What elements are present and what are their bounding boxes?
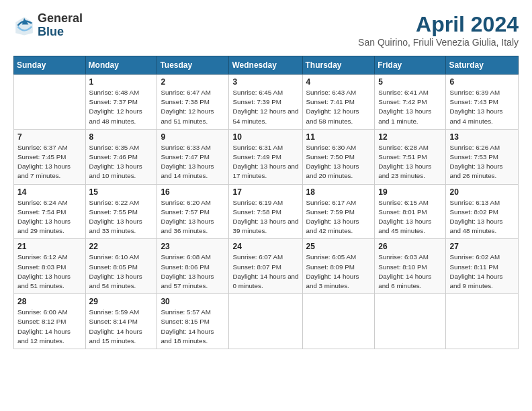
day-info: Sunrise: 6:41 AMSunset: 7:42 PMDaylight:…: [378, 88, 442, 126]
calendar-cell: 5Sunrise: 6:41 AMSunset: 7:42 PMDaylight…: [375, 75, 446, 130]
day-info: Sunrise: 6:02 AMSunset: 8:11 PMDaylight:…: [449, 253, 515, 291]
day-number: 3: [232, 77, 298, 87]
day-info: Sunrise: 6:10 AMSunset: 8:05 PMDaylight:…: [89, 253, 154, 291]
day-number: 26: [378, 242, 442, 251]
calendar-cell: 26Sunrise: 6:03 AMSunset: 8:10 PMDayligh…: [375, 239, 446, 294]
weekday-header-wednesday: Wednesday: [229, 56, 302, 75]
day-number: 29: [89, 297, 154, 306]
day-number: 21: [17, 242, 82, 251]
day-number: 1: [89, 77, 154, 87]
calendar-cell: 19Sunrise: 6:15 AMSunset: 8:01 PMDayligh…: [375, 184, 446, 239]
calendar-cell: 1Sunrise: 6:48 AMSunset: 7:37 PMDaylight…: [85, 75, 157, 130]
day-number: 5: [378, 77, 442, 87]
weekday-header-saturday: Saturday: [446, 56, 519, 75]
day-number: 16: [161, 187, 225, 197]
logo-text: General Blue: [38, 12, 83, 39]
day-info: Sunrise: 6:48 AMSunset: 7:37 PMDaylight:…: [89, 88, 154, 126]
calendar-cell: 2Sunrise: 6:47 AMSunset: 7:38 PMDaylight…: [157, 75, 229, 130]
calendar-week-2: 7Sunrise: 6:37 AMSunset: 7:45 PMDaylight…: [14, 129, 519, 184]
calendar-cell: 12Sunrise: 6:28 AMSunset: 7:51 PMDayligh…: [375, 129, 446, 184]
day-info: Sunrise: 6:00 AMSunset: 8:12 PMDaylight:…: [17, 308, 82, 346]
calendar-cell: 16Sunrise: 6:20 AMSunset: 7:57 PMDayligh…: [157, 184, 229, 239]
day-number: 17: [232, 187, 298, 197]
calendar-cell: 15Sunrise: 6:22 AMSunset: 7:55 PMDayligh…: [85, 184, 157, 239]
header: General Blue April 2024 San Quirino, Fri…: [13, 12, 519, 48]
day-number: 23: [161, 242, 225, 251]
month-title: April 2024: [358, 12, 519, 37]
day-info: Sunrise: 6:35 AMSunset: 7:46 PMDaylight:…: [89, 143, 154, 181]
day-info: Sunrise: 6:33 AMSunset: 7:47 PMDaylight:…: [161, 143, 225, 181]
day-number: 9: [161, 132, 225, 142]
calendar-cell: 22Sunrise: 6:10 AMSunset: 8:05 PMDayligh…: [85, 239, 157, 294]
weekday-header-sunday: Sunday: [14, 56, 86, 75]
day-number: 11: [306, 132, 371, 142]
calendar-cell: 29Sunrise: 5:59 AMSunset: 8:14 PMDayligh…: [85, 294, 157, 349]
calendar-week-4: 21Sunrise: 6:12 AMSunset: 8:03 PMDayligh…: [14, 239, 519, 294]
logo-icon: [13, 15, 35, 36]
calendar-cell: 8Sunrise: 6:35 AMSunset: 7:46 PMDaylight…: [85, 129, 157, 184]
calendar-cell: 10Sunrise: 6:31 AMSunset: 7:49 PMDayligh…: [229, 129, 302, 184]
calendar-cell: 6Sunrise: 6:39 AMSunset: 7:43 PMDaylight…: [446, 75, 519, 130]
day-number: 25: [306, 242, 371, 251]
day-info: Sunrise: 6:31 AMSunset: 7:49 PMDaylight:…: [232, 143, 298, 181]
day-info: Sunrise: 6:39 AMSunset: 7:43 PMDaylight:…: [449, 88, 515, 126]
day-info: Sunrise: 6:24 AMSunset: 7:54 PMDaylight:…: [17, 198, 82, 236]
day-info: Sunrise: 6:19 AMSunset: 7:58 PMDaylight:…: [232, 198, 298, 236]
day-info: Sunrise: 6:20 AMSunset: 7:57 PMDaylight:…: [161, 198, 225, 236]
day-info: Sunrise: 6:45 AMSunset: 7:39 PMDaylight:…: [232, 88, 298, 126]
day-number: 20: [449, 187, 515, 197]
day-info: Sunrise: 6:22 AMSunset: 7:55 PMDaylight:…: [89, 198, 154, 236]
day-info: Sunrise: 5:57 AMSunset: 8:15 PMDaylight:…: [161, 308, 225, 346]
day-info: Sunrise: 6:13 AMSunset: 8:02 PMDaylight:…: [449, 198, 515, 236]
day-number: 24: [232, 242, 298, 251]
day-info: Sunrise: 6:07 AMSunset: 8:07 PMDaylight:…: [232, 253, 298, 291]
calendar-cell: 14Sunrise: 6:24 AMSunset: 7:54 PMDayligh…: [14, 184, 86, 239]
day-number: 22: [89, 242, 154, 251]
location-title: San Quirino, Friuli Venezia Giulia, Ital…: [358, 37, 519, 48]
day-number: 2: [161, 77, 225, 87]
calendar-week-1: 1Sunrise: 6:48 AMSunset: 7:37 PMDaylight…: [14, 75, 519, 130]
day-number: 30: [161, 297, 225, 306]
calendar-cell: 9Sunrise: 6:33 AMSunset: 7:47 PMDaylight…: [157, 129, 229, 184]
weekday-header-friday: Friday: [375, 56, 446, 75]
calendar-cell: [446, 294, 519, 349]
calendar-cell: [229, 294, 302, 349]
day-info: Sunrise: 6:03 AMSunset: 8:10 PMDaylight:…: [378, 253, 442, 291]
day-info: Sunrise: 6:47 AMSunset: 7:38 PMDaylight:…: [161, 88, 225, 126]
day-number: 14: [17, 187, 82, 197]
calendar-cell: 20Sunrise: 6:13 AMSunset: 8:02 PMDayligh…: [446, 184, 519, 239]
day-info: Sunrise: 6:12 AMSunset: 8:03 PMDaylight:…: [17, 253, 82, 291]
weekday-header-row: SundayMondayTuesdayWednesdayThursdayFrid…: [14, 56, 519, 75]
page: General Blue April 2024 San Quirino, Fri…: [0, 0, 532, 411]
weekday-header-monday: Monday: [85, 56, 157, 75]
day-number: 12: [378, 132, 442, 142]
day-number: 8: [89, 132, 154, 142]
day-info: Sunrise: 6:05 AMSunset: 8:09 PMDaylight:…: [306, 253, 371, 291]
day-number: 27: [449, 242, 515, 251]
day-number: 18: [306, 187, 371, 197]
day-info: Sunrise: 6:43 AMSunset: 7:41 PMDaylight:…: [306, 88, 371, 126]
day-info: Sunrise: 6:37 AMSunset: 7:45 PMDaylight:…: [17, 143, 82, 181]
day-number: 7: [17, 132, 82, 142]
day-number: 15: [89, 187, 154, 197]
calendar-cell: 4Sunrise: 6:43 AMSunset: 7:41 PMDaylight…: [302, 75, 375, 130]
day-number: 19: [378, 187, 442, 197]
calendar-cell: 25Sunrise: 6:05 AMSunset: 8:09 PMDayligh…: [302, 239, 375, 294]
title-section: April 2024 San Quirino, Friuli Venezia G…: [358, 12, 519, 48]
calendar-cell: [14, 75, 86, 130]
calendar-cell: 18Sunrise: 6:17 AMSunset: 7:59 PMDayligh…: [302, 184, 375, 239]
calendar-cell: 21Sunrise: 6:12 AMSunset: 8:03 PMDayligh…: [14, 239, 86, 294]
day-info: Sunrise: 5:59 AMSunset: 8:14 PMDaylight:…: [89, 308, 154, 346]
day-info: Sunrise: 6:28 AMSunset: 7:51 PMDaylight:…: [378, 143, 442, 181]
day-info: Sunrise: 6:15 AMSunset: 8:01 PMDaylight:…: [378, 198, 442, 236]
day-info: Sunrise: 6:17 AMSunset: 7:59 PMDaylight:…: [306, 198, 371, 236]
day-number: 4: [306, 77, 371, 87]
logo-general: General: [38, 12, 83, 26]
calendar-cell: 11Sunrise: 6:30 AMSunset: 7:50 PMDayligh…: [302, 129, 375, 184]
calendar-cell: 28Sunrise: 6:00 AMSunset: 8:12 PMDayligh…: [14, 294, 86, 349]
weekday-header-thursday: Thursday: [302, 56, 375, 75]
calendar-cell: 17Sunrise: 6:19 AMSunset: 7:58 PMDayligh…: [229, 184, 302, 239]
day-number: 13: [449, 132, 515, 142]
day-number: 28: [17, 297, 82, 306]
calendar-week-5: 28Sunrise: 6:00 AMSunset: 8:12 PMDayligh…: [14, 294, 519, 349]
